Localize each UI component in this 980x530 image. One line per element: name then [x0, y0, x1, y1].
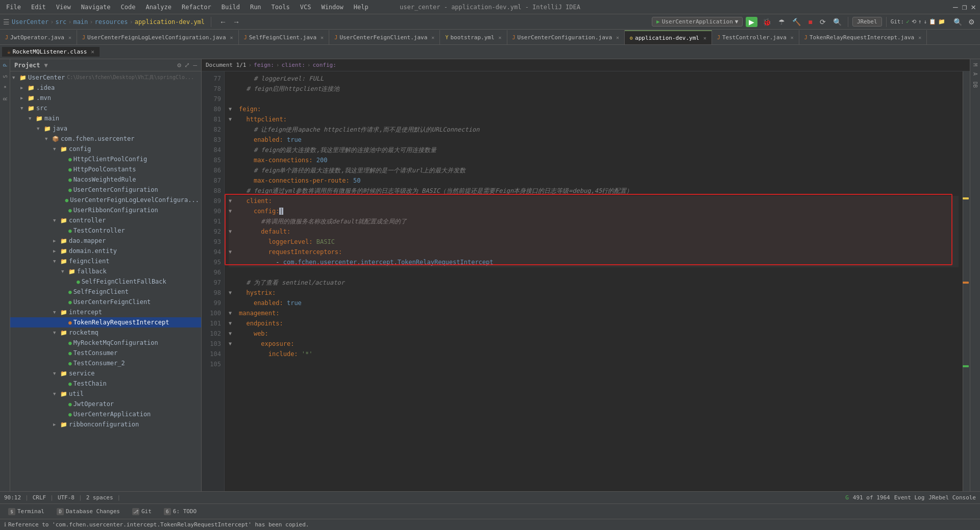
menu-tools[interactable]: Tools [270, 3, 292, 12]
tree-item-service[interactable]: ▼ 📁 service [10, 368, 201, 378]
tree-item-mvn[interactable]: ▶ 📁 .mvn [10, 93, 201, 103]
search-button[interactable]: 🔍 [831, 17, 844, 27]
status-eventlog[interactable]: Event Log [894, 494, 925, 501]
tab-selffeign[interactable]: J SelfFeignClient.java ✕ [239, 30, 330, 44]
tree-item-fallback[interactable]: ▼ 📁 fallback [10, 266, 201, 276]
tree-item-testconsumer[interactable]: ▶ ● TestConsumer [10, 348, 201, 358]
toolbar-nav-back[interactable]: ← [217, 17, 229, 27]
tree-item-usercenter[interactable]: ▼ 📁 UserCenter C:\Users\fchen\Desktop\Vh… [10, 72, 201, 83]
menu-view[interactable]: View [54, 3, 73, 12]
tab-close[interactable]: ✕ [703, 35, 706, 41]
tab-close[interactable]: ✕ [321, 35, 324, 40]
menu-window[interactable]: Window [319, 3, 345, 12]
tree-item-selffeignclient[interactable]: ▶ ● SelfFeignClient [10, 287, 201, 297]
tree-item-controller[interactable]: ▼ 📁 controller [10, 215, 201, 225]
tree-item-testcontroller[interactable]: ▶ ● TestController [10, 225, 201, 236]
tree-item-ucfeignclient[interactable]: ▶ ● UserCenterFeignClient [10, 297, 201, 307]
akodef-tool-icon[interactable]: A [971, 70, 979, 78]
tree-item-httppoolconstants[interactable]: ▶ ● HttpPoolConstants [10, 164, 201, 174]
tree-item-feignclient[interactable]: ▼ 📁 feignclient [10, 256, 201, 266]
menu-build[interactable]: Build [219, 3, 242, 12]
tab-ucconfig[interactable]: J UserCenterConfiguration.java ✕ [507, 30, 625, 44]
bc-main[interactable]: main [73, 18, 88, 26]
debug-button[interactable]: 🐞 [761, 17, 773, 27]
project-tool-icon[interactable]: P [1, 61, 9, 69]
tree-item-selfclientfallback[interactable]: ▶ ● SelfFeignClientFallBack [10, 276, 201, 287]
git-tab[interactable]: ⎇ Git [128, 507, 156, 516]
tree-item-testconsumer2[interactable]: ▶ ● TestConsumer_2 [10, 358, 201, 368]
menu-analyze[interactable]: Analyze [143, 3, 174, 12]
run-config-dropdown[interactable]: ▶ UserCenterApplication ▼ [652, 17, 743, 27]
status-jrebel[interactable]: JRebel Console [928, 494, 976, 501]
terminal-tab[interactable]: $ Terminal [4, 507, 48, 516]
maximize-button[interactable]: ❐ [962, 2, 967, 12]
tab-appdev[interactable]: ⚙ application-dev.yml ✕ [625, 30, 712, 44]
menu-run[interactable]: Run [248, 3, 263, 12]
tab-testctrl[interactable]: J TestController.java ✕ [712, 30, 799, 44]
tree-item-userribbon[interactable]: ▶ ● UserRibbonConfiguration [10, 205, 201, 215]
toolbar-nav-forward[interactable]: → [231, 17, 242, 27]
close-button[interactable]: ✕ [971, 2, 976, 12]
status-indent[interactable]: 2 spaces [86, 494, 113, 501]
coverage-button[interactable]: ☂ [776, 17, 787, 27]
bc-usercenter[interactable]: UserCenter [12, 18, 48, 26]
menu-help[interactable]: Help [352, 3, 371, 12]
database-tool-icon[interactable]: DB [971, 80, 979, 90]
sidebar-icon-expand[interactable]: ⤢ [184, 61, 190, 69]
menu-navigate[interactable]: Navigate [79, 3, 113, 12]
structure-tool-icon[interactable]: S [1, 72, 9, 81]
bc-resources[interactable]: resources [95, 18, 128, 26]
db-changes-tab[interactable]: D Database Changes [53, 507, 124, 516]
tree-item-idea[interactable]: ▶ 📁 .idea [10, 83, 201, 93]
tab-usercenterfeign[interactable]: J UserCenterFeignLogLevelConfiguration.j… [77, 30, 239, 44]
menu-code[interactable]: Code [119, 3, 138, 12]
menu-vcs[interactable]: VCS [298, 3, 313, 12]
search-everywhere[interactable]: 🔍 [951, 17, 964, 27]
tree-item-ribbon[interactable]: ▶ 📁 ribbonconfiguration [10, 419, 201, 430]
code-editor[interactable]: 77 78 79 80 81 82 83 84 85 86 87 88 89 9… [202, 71, 970, 491]
tree-item-java[interactable]: ▼ 📁 java [10, 123, 201, 134]
tree-item-rocketmq[interactable]: ▼ 📁 rocketmq [10, 327, 201, 338]
tree-item-tokenrelay[interactable]: ▶ ● TokenRelayRequestIntercept [10, 317, 201, 327]
jrebel-button[interactable]: JRebel [852, 17, 882, 27]
maven-tool-icon[interactable]: M [971, 61, 979, 68]
window-controls[interactable]: — ❐ ✕ [953, 2, 976, 12]
menu-file[interactable]: File [4, 3, 23, 12]
tree-item-ucapp[interactable]: ▶ ● UserCenterApplication [10, 409, 201, 419]
sidebar-icon-minimize[interactable]: — [193, 61, 197, 69]
tab-close[interactable]: ✕ [616, 35, 619, 40]
tab-jwtoperator[interactable]: J JwtOperator.java ✕ [0, 30, 77, 44]
sidebar-icon-gear[interactable]: ⚙ [177, 61, 181, 69]
settings-button[interactable]: ⚙ [966, 17, 977, 27]
tree-item-ucconfig[interactable]: ▶ ● UserCenterConfiguration [10, 185, 201, 195]
menu-refactor[interactable]: Refactor [180, 3, 213, 12]
tree-item-src[interactable]: ▼ 📁 src [10, 103, 201, 113]
tree-item-ucfeignlog[interactable]: ▶ ● UserCenterFeignLogLevelConfigura... [10, 195, 201, 205]
bc-file[interactable]: application-dev.yml [135, 18, 205, 26]
tree-item-main[interactable]: ▼ 📁 main [10, 113, 201, 123]
build-button[interactable]: 🔨 [790, 17, 803, 27]
minimize-button[interactable]: — [953, 2, 958, 12]
tree-item-testchain[interactable]: ▶ ● TestChain [10, 378, 201, 389]
code-content[interactable]: # loggerLevel: FULL # feign启用httpclient连… [225, 71, 963, 491]
tree-item-config[interactable]: ▼ 📁 config [10, 144, 201, 154]
tree-item-domain[interactable]: ▶ 📁 domain.entity [10, 246, 201, 256]
todo-tab[interactable]: 6 6: TODO [160, 507, 201, 516]
tree-item-util[interactable]: ▼ 📁 util [10, 389, 201, 399]
sub-tab-close[interactable]: ✕ [91, 48, 94, 55]
tab-close[interactable]: ✕ [791, 35, 794, 40]
tree-item-intercept[interactable]: ▼ 📁 intercept [10, 307, 201, 317]
sub-tab-rocketmq[interactable]: ☕ RocketMQListener.class ✕ [2, 47, 100, 57]
bc-src[interactable]: src [55, 18, 66, 26]
tab-close[interactable]: ✕ [230, 35, 233, 40]
tab-tokenrelay[interactable]: J TokenRelayRequestIntercept.java ✕ [799, 30, 927, 44]
status-line-ending[interactable]: CRLF [33, 494, 46, 501]
tree-item-httpclientpoolconfig[interactable]: ▶ ● HttpClientPoolConfig [10, 154, 201, 164]
tree-item-package[interactable]: ▼ 📦 com.fchen.usercenter [10, 134, 201, 144]
tab-close[interactable]: ✕ [918, 35, 921, 40]
tab-close[interactable]: ✕ [499, 35, 502, 40]
tree-item-rocketmqconfig[interactable]: ▶ ● MyRocketMqConfiguration [10, 338, 201, 348]
menu-edit[interactable]: Edit [29, 3, 48, 12]
favorites-tool-icon[interactable]: ★ [1, 84, 9, 92]
menu-bar[interactable]: File Edit View Navigate Code Analyze Ref… [4, 3, 371, 12]
